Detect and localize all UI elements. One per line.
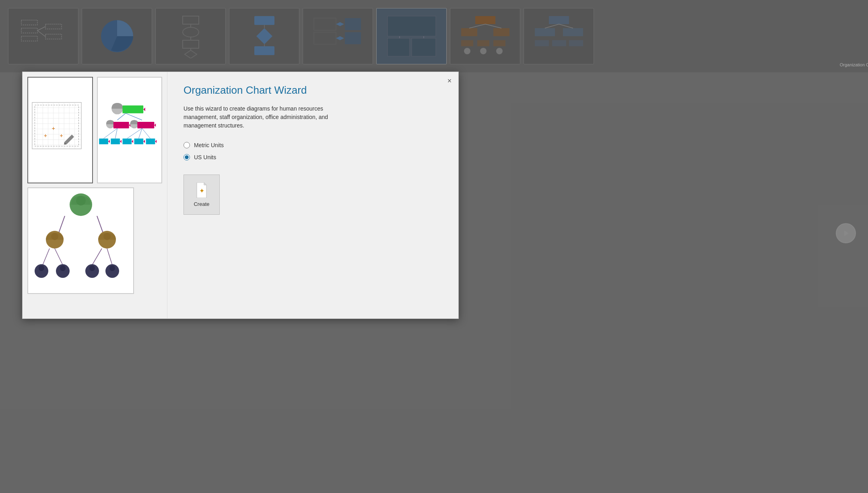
svg-rect-85 [99,139,108,144]
svg-marker-82 [154,123,156,127]
svg-rect-78 [113,122,129,128]
svg-text:+: + [44,132,47,139]
close-button[interactable]: × [444,75,455,86]
svg-line-108 [43,249,49,265]
svg-rect-87 [111,139,120,144]
wizard-description: Use this wizard to create diagrams for h… [183,105,353,130]
svg-marker-88 [120,140,121,143]
svg-line-98 [138,128,142,138]
svg-line-109 [55,249,63,265]
metric-units-radio[interactable] [183,142,190,148]
thumb-row-top: + + + [27,77,162,183]
svg-marker-92 [143,140,145,143]
svg-line-110 [92,249,102,265]
svg-point-119 [109,265,115,271]
thumb-people-org[interactable] [27,187,134,294]
create-button[interactable]: ✦ Create [183,175,220,215]
svg-line-102 [59,216,65,233]
svg-marker-86 [108,140,109,143]
dialog-header: × [441,72,458,90]
us-units-text: US Units [194,154,216,160]
us-units-radio[interactable] [183,154,190,160]
us-units-label[interactable]: US Units [183,154,442,160]
svg-text:+: + [60,132,63,139]
create-document-icon: ✦ [195,183,208,198]
svg-line-103 [97,216,103,233]
svg-line-83 [117,113,126,120]
thumb-row-bottom [27,187,162,294]
metric-units-label[interactable]: Metric Units [183,142,442,148]
svg-rect-81 [137,122,154,128]
units-radio-group: Metric Units US Units [183,142,442,160]
svg-marker-90 [132,140,133,143]
svg-text:+: + [52,125,55,131]
thumb-colorful-org[interactable] [97,77,163,183]
svg-line-95 [103,128,117,138]
svg-rect-93 [146,139,155,144]
svg-marker-76 [143,108,145,111]
dialog-body: + + + [23,72,458,318]
create-button-label: Create [194,201,209,207]
svg-rect-89 [122,139,132,144]
svg-point-117 [89,265,95,271]
svg-marker-94 [155,140,157,143]
svg-point-113 [39,265,44,271]
svg-point-115 [60,265,66,271]
svg-rect-51 [32,102,81,149]
wizard-title: Organization Chart Wizard [183,84,442,97]
thumb-grid[interactable]: + + + [27,77,93,183]
left-panel: + + + [23,72,167,318]
org-chart-wizard-dialog: × [22,72,459,319]
svg-line-84 [126,113,142,120]
svg-rect-75 [122,105,143,113]
svg-text:✦: ✦ [199,187,204,194]
metric-units-text: Metric Units [194,142,224,148]
svg-line-97 [127,128,142,138]
svg-rect-91 [134,139,143,144]
svg-line-111 [107,249,112,265]
right-panel: Organization Chart Wizard Use this wizar… [167,72,458,318]
svg-line-99 [142,128,150,138]
